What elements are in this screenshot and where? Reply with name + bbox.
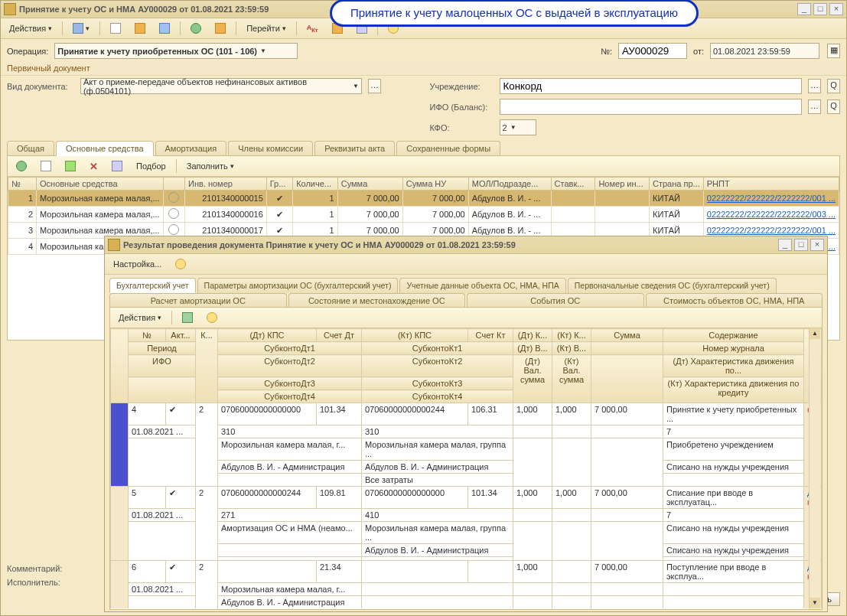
fill-menu[interactable]: Заполнить▾ <box>181 159 239 173</box>
ifo-input[interactable] <box>500 99 803 115</box>
movements-grid: №Акт...К... (Дт) КПССчет Дт (Кт) КПССчет… <box>110 328 822 608</box>
ifo-search[interactable]: Q <box>827 99 840 114</box>
tab-bu[interactable]: Бухгалтерский учет <box>109 278 196 293</box>
operation-label: Операция: <box>7 47 48 56</box>
settings-button[interactable]: Настройка... <box>108 257 167 271</box>
col-cardno[interactable]: Номер ин... <box>595 178 650 191</box>
org-input[interactable] <box>500 78 803 94</box>
org-label: Учреждение: <box>430 82 495 91</box>
tab-commission[interactable]: Члены комиссии <box>228 141 313 156</box>
scroll-down[interactable]: ▼ <box>810 598 820 608</box>
scroll-up[interactable]: ▲ <box>810 328 820 339</box>
movement-row[interactable]: 5✔207060000000000244109.8107060000000000… <box>111 487 822 509</box>
tool-icon-1[interactable] <box>105 21 126 36</box>
help-button-2[interactable] <box>170 256 191 272</box>
tab-saved[interactable]: Сохраненные формы <box>396 141 500 156</box>
ifo-lookup[interactable]: … <box>808 99 821 114</box>
result-maximize[interactable]: □ <box>794 239 808 251</box>
tool-icon-3[interactable] <box>154 21 175 36</box>
tab-general[interactable]: Общая <box>7 141 54 156</box>
window-icon <box>4 3 16 15</box>
date-picker-button[interactable]: ▦ <box>827 44 840 58</box>
maximize-button[interactable]: □ <box>813 3 827 15</box>
tab-data[interactable]: Учетные данные объекта ОС, НМА, НПА <box>399 278 565 293</box>
movement-row[interactable]: 4✔207060000000000000101.3407060000000000… <box>111 403 822 425</box>
tool-icon-2[interactable] <box>129 21 151 36</box>
org-search[interactable]: Q <box>827 79 840 93</box>
kfo-label: КФО: <box>430 123 495 132</box>
tab-cost[interactable]: Стоимость объектов ОС, НМА, НПА <box>646 293 823 308</box>
goto-menu[interactable]: Перейти▾ <box>241 21 292 35</box>
col-inv[interactable]: Инв. номер <box>184 178 266 191</box>
sub-actions-menu[interactable]: Действия▾ <box>113 311 167 324</box>
asset-row[interactable]: 1Морозильная камера малая,...21013400000… <box>8 191 839 207</box>
tab-amortcalc[interactable]: Расчет амортизации ОС <box>109 293 287 308</box>
number-input[interactable] <box>618 43 687 59</box>
ifo-label: ИФО (Баланс): <box>430 103 495 112</box>
tab-events[interactable]: События ОС <box>467 293 644 308</box>
col-n[interactable]: № <box>8 178 37 191</box>
primary-doc-header: Первичный документ <box>1 61 846 76</box>
tab-amort[interactable]: Амортизация <box>155 141 227 156</box>
tool-icon-5[interactable] <box>210 21 231 36</box>
col-asset[interactable]: Основные средства <box>37 178 164 191</box>
from-label: от: <box>693 47 704 56</box>
doc-type-label: Вид документа: <box>7 82 76 91</box>
col-sumnu[interactable]: Сумма НУ <box>402 178 468 191</box>
col-country[interactable]: Страна пр... <box>649 178 703 191</box>
copy-row-button[interactable] <box>35 158 57 174</box>
delete-row-button[interactable]: ✕ <box>84 158 103 174</box>
actions-menu[interactable]: Действия▾ <box>4 21 57 35</box>
add-row-button[interactable] <box>11 158 32 174</box>
result-window-title: Результат проведения документа Принятие … <box>123 240 776 249</box>
date-input[interactable]: 01.08.2021 23:59:59 <box>710 43 819 59</box>
doc-type-select[interactable]: Акт о приеме-передаче объектов нефинансо… <box>80 78 362 94</box>
result-window: Результат проведения документа Принятие … <box>104 236 828 612</box>
edit-row-button[interactable] <box>60 158 81 174</box>
movement-row[interactable]: 6✔221.341,0007 000,00Поступление при вво… <box>111 561 822 583</box>
rnpt-link[interactable]: 02222222/222222/2222222/001 ... <box>707 194 836 203</box>
rnpt-link[interactable]: 02222222/222222/2222222/003 ... <box>707 210 836 219</box>
grid-scrollbar[interactable]: ▲ ▼ <box>809 328 820 608</box>
col-rnpt[interactable]: РНПТ <box>703 178 839 191</box>
main-tabs: Общая Основные средства Амортизация Член… <box>1 138 846 156</box>
rnpt-link[interactable]: 02222222/222222/2222222/001 ... <box>707 226 836 235</box>
col-mol[interactable]: МОЛ/Подразде... <box>468 178 551 191</box>
select-button[interactable]: Подбор <box>131 159 171 173</box>
tab-initial[interactable]: Первоначальные сведения ОС (бухгалтерски… <box>568 278 777 293</box>
list-button[interactable] <box>106 158 128 174</box>
operation-select[interactable]: Принятие к учету приобретенных ОС (101 -… <box>54 43 298 59</box>
tab-state[interactable]: Состояние и местонахождение ОС <box>288 293 466 308</box>
tool-icon-4[interactable] <box>185 21 207 36</box>
col-gr[interactable]: Гр... <box>266 178 292 191</box>
asset-row[interactable]: 2Морозильная камера малая,...21013400000… <box>8 207 839 223</box>
result-close[interactable]: × <box>810 239 824 251</box>
col-rate[interactable]: Ставк... <box>551 178 595 191</box>
tab-assets[interactable]: Основные средства <box>56 141 154 156</box>
tool-akt-icon[interactable]: АКт <box>301 21 324 36</box>
doc-type-lookup[interactable]: … <box>368 79 381 93</box>
kfo-select[interactable]: 2▼ <box>500 119 536 135</box>
result-window-icon <box>108 239 120 251</box>
col-qty[interactable]: Количе... <box>293 178 338 191</box>
result-minimize[interactable]: _ <box>778 239 792 251</box>
refresh-button[interactable] <box>177 310 198 325</box>
close-button[interactable]: × <box>829 3 843 15</box>
tab-amortparams[interactable]: Параметры амортизации ОС (бухгалтерский … <box>197 278 399 293</box>
save-button[interactable]: ▾ <box>67 21 95 36</box>
minimize-button[interactable]: _ <box>797 3 811 15</box>
callout-annotation: Принятие к учету малоценных ОС с выдачей… <box>330 0 699 27</box>
number-label: №: <box>601 47 612 56</box>
col-sum[interactable]: Сумма <box>337 178 402 191</box>
org-lookup[interactable]: … <box>808 79 821 93</box>
sub-help-button[interactable] <box>201 310 223 325</box>
tab-act[interactable]: Реквизиты акта <box>314 141 395 156</box>
